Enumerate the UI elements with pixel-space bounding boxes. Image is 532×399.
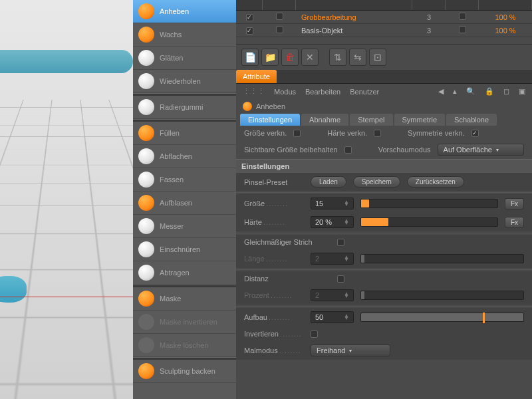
tool-label: Maske löschen xyxy=(160,341,208,349)
tool-label: Maske invertieren xyxy=(160,318,217,326)
nav-up-icon[interactable]: ▴ xyxy=(453,87,457,96)
layer-action-3[interactable]: ⇆ xyxy=(349,49,366,66)
checkbox-invertieren[interactable] xyxy=(311,331,318,338)
input-groesse[interactable]: 15▲▼ xyxy=(311,198,354,209)
delete-icon xyxy=(138,337,154,353)
right-panel: Grobbearbeitung 3 100 % Basis-Objekt 3 1… xyxy=(236,0,532,399)
subtab-symmetrie[interactable]: Symmetrie xyxy=(394,114,446,126)
layer-level: 3 xyxy=(412,27,446,35)
tool-label: Abtragen xyxy=(160,269,190,277)
tool-fuellen[interactable]: Füllen xyxy=(133,122,236,145)
subtab-einstellungen[interactable]: Einstellungen xyxy=(240,114,300,126)
preset-row: Pinsel-Preset Laden Speichern Zurücksetz… xyxy=(236,173,532,191)
tool-label: Aufblasen xyxy=(160,199,192,207)
tool-maske-loeschen[interactable]: Maske löschen xyxy=(133,334,236,357)
delete-button[interactable]: 🗑 xyxy=(281,49,299,66)
layer-row[interactable]: Grobbearbeitung 3 100 % xyxy=(236,11,532,24)
tool-label: Füllen xyxy=(160,129,180,137)
tool-sculpting-backen[interactable]: Sculpting backen xyxy=(133,360,236,383)
input-aufbau[interactable]: 50▲▼ xyxy=(311,311,354,323)
haerte-row: Härte 20 %▲▼ Fx xyxy=(236,213,532,231)
input-haerte[interactable]: 20 %▲▼ xyxy=(311,216,354,228)
link-row: Größe verkn. Härte verkn. Symmetrie verk… xyxy=(236,126,532,140)
label-sichtbare-groesse: Sichtbare Größe beibehalten xyxy=(244,146,338,154)
tool-anheben[interactable]: Anheben xyxy=(133,0,236,23)
tool-maske[interactable]: Maske xyxy=(133,287,236,311)
viewport[interactable] xyxy=(0,0,133,399)
slider-prozent xyxy=(360,291,524,300)
button-zuruecksetzen[interactable]: Zurücksetzen xyxy=(407,176,464,188)
subtab-schablone[interactable]: Schablone xyxy=(446,114,497,126)
label-vorschaumodus: Vorschaumodus xyxy=(378,146,431,154)
tool-maske-invertieren[interactable]: Maske invertieren xyxy=(133,311,236,334)
layer-row[interactable]: Basis-Objekt 3 100 % xyxy=(236,24,532,37)
tool-messer[interactable]: Messer xyxy=(133,215,236,238)
menu-bearbeiten[interactable]: Bearbeiten xyxy=(305,88,340,96)
add-layer-button[interactable]: 📄 xyxy=(241,49,259,66)
checkbox-symmetrie-verkn[interactable] xyxy=(471,130,479,137)
add-folder-button[interactable]: 📁 xyxy=(261,49,279,66)
attr-subtabs: Einstellungen Abnahme Stempel Symmetrie … xyxy=(236,114,532,126)
search-icon[interactable]: 🔍 xyxy=(466,87,475,96)
tool-wiederholen[interactable]: Wiederholen xyxy=(133,70,236,93)
sphere-icon xyxy=(138,195,154,211)
button-speichern[interactable]: Speichern xyxy=(353,176,400,188)
tool-palette: Anheben Wachs Glätten Wiederholen Radier… xyxy=(133,0,236,399)
dropdown-vorschaumodus[interactable]: Auf Oberfläche xyxy=(438,144,524,156)
sphere-icon xyxy=(138,172,154,188)
checkbox-sichtbare-groesse[interactable] xyxy=(344,146,352,154)
label-malmodus: Malmodus xyxy=(244,346,304,354)
visibility-checkbox[interactable] xyxy=(246,14,253,21)
sphere-icon xyxy=(138,265,154,281)
nav-back-icon[interactable]: ◀ xyxy=(438,87,444,96)
bake-icon xyxy=(138,363,154,379)
pin-icon[interactable]: ◻ xyxy=(503,87,509,96)
sphere-icon xyxy=(138,3,154,19)
tool-abtragen[interactable]: Abtragen xyxy=(133,261,236,285)
lock-checkbox[interactable] xyxy=(276,13,283,20)
layer-level: 3 xyxy=(412,13,446,21)
sphere-icon xyxy=(138,125,154,141)
strich-row: Gleichmäßiger Strich xyxy=(236,235,532,249)
menu-modus[interactable]: Modus xyxy=(274,88,296,96)
fx-haerte[interactable]: Fx xyxy=(505,217,524,228)
layer-checkbox[interactable] xyxy=(459,26,466,33)
slider-haerte[interactable] xyxy=(360,217,498,227)
tool-glaetten[interactable]: Glätten xyxy=(133,47,236,70)
layer-checkbox[interactable] xyxy=(459,13,466,20)
subtab-abnahme[interactable]: Abnahme xyxy=(301,114,348,126)
checkbox-distanz[interactable] xyxy=(337,275,344,283)
tool-einschnueren[interactable]: Einschnüren xyxy=(133,238,236,261)
tool-abflachen[interactable]: Abflachen xyxy=(133,145,236,168)
tool-label: Maske xyxy=(160,295,181,303)
tab-attribute[interactable]: Attribute xyxy=(236,70,277,83)
lock-icon[interactable]: 🔒 xyxy=(485,87,494,96)
tool-label: Glätten xyxy=(160,54,183,62)
slider-aufbau[interactable] xyxy=(360,313,524,322)
checkbox-haerte-verkn[interactable] xyxy=(374,130,381,137)
dropdown-malmodus[interactable]: Freihand xyxy=(311,344,390,356)
subtab-stempel[interactable]: Stempel xyxy=(350,114,392,126)
slider-groesse[interactable] xyxy=(360,199,498,208)
input-prozent: 2▲▼ xyxy=(311,289,354,301)
fx-groesse[interactable]: Fx xyxy=(505,198,524,209)
layer-action-1[interactable]: ✕ xyxy=(301,49,319,66)
tool-wachs[interactable]: Wachs xyxy=(133,23,236,47)
tool-label: Anheben xyxy=(160,7,189,15)
lock-checkbox[interactable] xyxy=(276,26,283,33)
menu-benutzer[interactable]: Benutzer xyxy=(350,88,379,96)
visibility-checkbox[interactable] xyxy=(246,27,253,35)
checkbox-groesse-verkn[interactable] xyxy=(293,130,301,137)
layer-action-4[interactable]: ⊡ xyxy=(369,49,386,66)
expand-icon[interactable]: ▣ xyxy=(519,87,525,96)
tool-radiergummi[interactable]: Radiergummi xyxy=(133,96,236,119)
layer-action-2[interactable]: ⇅ xyxy=(329,49,346,66)
sphere-icon xyxy=(138,241,154,257)
checkbox-strich[interactable] xyxy=(337,239,344,246)
tool-aufblasen[interactable]: Aufblasen xyxy=(133,192,236,215)
button-laden[interactable]: Laden xyxy=(311,176,346,188)
slider-laenge xyxy=(360,254,524,263)
label-haerte: Härte xyxy=(244,218,304,226)
tool-fassen[interactable]: Fassen xyxy=(133,168,236,192)
label-gleichmaessiger-strich: Gleichmäßiger Strich xyxy=(244,238,331,246)
